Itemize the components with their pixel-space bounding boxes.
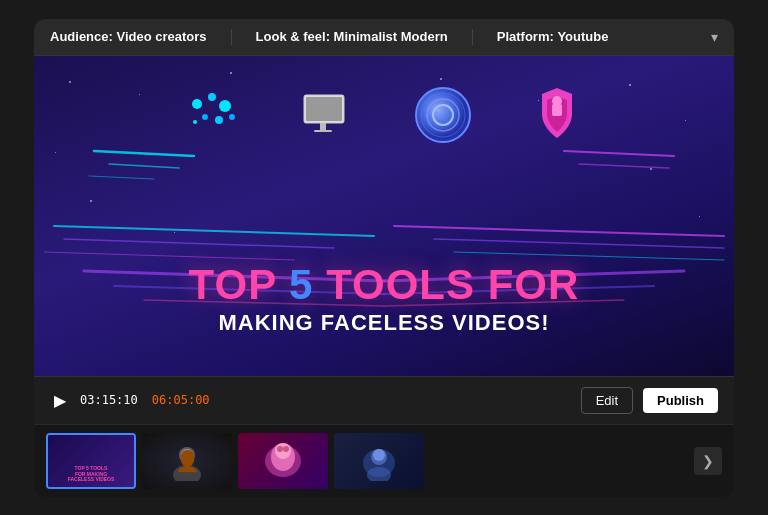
- audience-label: Audience:: [50, 29, 113, 44]
- thumbnail-1[interactable]: TOP 5 TOOLSFOR MAKINGFACELESS VIDEOS: [46, 433, 136, 489]
- divider-2: [472, 29, 473, 45]
- strip-next-button[interactable]: ❯: [694, 447, 722, 475]
- preview-area: TOP 5 TOOLS FOR MAKING FACELESS VIDEOS!: [34, 56, 734, 376]
- svg-point-22: [193, 120, 197, 124]
- title-line-1: TOP 5 TOOLS FOR: [34, 264, 734, 306]
- character-icon: [532, 86, 582, 144]
- preview-text-block: TOP 5 TOOLS FOR MAKING FACELESS VIDEOS!: [34, 264, 734, 336]
- icons-row: [34, 86, 734, 144]
- chevron-right-icon: ❯: [702, 453, 714, 469]
- time-secondary: 06:05:00: [152, 393, 210, 407]
- svg-line-8: [394, 226, 724, 236]
- svg-line-2: [89, 176, 154, 179]
- svg-point-41: [283, 446, 289, 452]
- svg-line-5: [54, 226, 374, 236]
- play-button[interactable]: ▶: [50, 390, 70, 410]
- svg-line-9: [434, 239, 724, 248]
- svg-point-35: [173, 465, 201, 481]
- svg-rect-27: [314, 130, 332, 132]
- svg-line-6: [64, 239, 334, 248]
- svg-point-21: [215, 116, 223, 124]
- feel-label: Look & feel:: [256, 29, 330, 44]
- svg-point-18: [208, 93, 216, 101]
- feel-item: Look & feel: Minimalist Modern: [256, 29, 448, 44]
- svg-line-1: [109, 164, 179, 168]
- controls-bar: ▶ 03:15:10 06:05:00 Edit Publish: [34, 376, 734, 424]
- platform-item: Platform: Youtube: [497, 29, 609, 44]
- svg-point-44: [373, 449, 385, 461]
- svg-point-39: [275, 443, 291, 459]
- svg-line-0: [94, 151, 194, 156]
- audience-item: Audience: Video creators: [50, 29, 207, 44]
- title-line-2: MAKING FACELESS VIDEOS!: [34, 310, 734, 336]
- topbar-right: ▾: [711, 29, 718, 45]
- svg-point-17: [192, 99, 202, 109]
- time-main: 03:15:10: [80, 393, 138, 407]
- feel-value: Minimalist Modern: [334, 29, 448, 44]
- play-icon: ▶: [54, 391, 66, 410]
- thumbnail-strip: TOP 5 TOOLSFOR MAKINGFACELESS VIDEOS: [34, 424, 734, 497]
- svg-rect-26: [320, 123, 326, 131]
- svg-point-36: [181, 449, 193, 461]
- thumbnail-4[interactable]: [334, 433, 424, 489]
- svg-point-33: [552, 96, 562, 106]
- title-top: TOP 5 TOOLS FOR: [189, 261, 580, 308]
- platform-value: Youtube: [557, 29, 608, 44]
- svg-point-23: [229, 114, 235, 120]
- thumbnail-1-label: TOP 5 TOOLSFOR MAKINGFACELESS VIDEOS: [68, 466, 115, 483]
- svg-point-28: [416, 88, 470, 142]
- svg-point-19: [219, 100, 231, 112]
- fingerprint-icon: [414, 86, 472, 144]
- thumbnail-2[interactable]: [142, 433, 232, 489]
- svg-line-10: [454, 252, 724, 260]
- svg-rect-25: [306, 97, 342, 121]
- edit-button[interactable]: Edit: [581, 387, 633, 414]
- chevron-down-icon[interactable]: ▾: [711, 29, 718, 45]
- main-container: Audience: Video creators Look & feel: Mi…: [34, 19, 734, 497]
- title-number: 5: [289, 261, 313, 308]
- thumbnail-3[interactable]: [238, 433, 328, 489]
- publish-button[interactable]: Publish: [643, 388, 718, 413]
- top-bar: Audience: Video creators Look & feel: Mi…: [34, 19, 734, 56]
- audience-value: Video creators: [116, 29, 206, 44]
- svg-point-20: [202, 114, 208, 120]
- svg-line-3: [564, 151, 674, 156]
- monitor-icon: [302, 93, 354, 137]
- divider-1: [231, 29, 232, 45]
- svg-point-34: [179, 447, 195, 463]
- platform-label: Platform:: [497, 29, 554, 44]
- svg-line-7: [44, 252, 294, 260]
- svg-point-40: [277, 446, 283, 452]
- cyan-dots-icon: [187, 92, 242, 137]
- svg-line-4: [579, 164, 669, 168]
